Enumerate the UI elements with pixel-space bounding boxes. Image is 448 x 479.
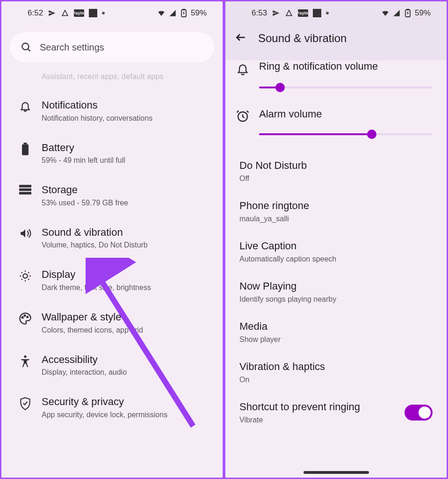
search-settings[interactable]: Search settings [10,32,214,62]
back-button[interactable] [235,31,247,45]
settings-item-wallpaper[interactable]: Wallpaper & styleColors, themed icons, a… [1,301,223,344]
status-time: 6:52 [28,8,43,18]
status-bar: 6:52 Paytm 59% [1,1,223,25]
send-icon [48,9,56,17]
svg-point-12 [27,316,28,318]
status-bar: 6:53 Paytm 59% [225,1,447,25]
settings-item-notifications[interactable]: NotificationsNotification history, conve… [1,89,223,132]
svg-rect-16 [407,9,409,10]
send-icon [272,9,280,17]
palette-icon [18,312,32,325]
svg-rect-5 [24,143,27,145]
battery-icon [180,9,188,17]
ring-volume-slider[interactable] [259,84,433,91]
svg-point-10 [22,317,23,318]
triangle-icon [285,9,293,17]
triangle-icon [61,9,69,17]
svg-rect-7 [19,189,31,191]
search-placeholder: Search settings [40,42,104,53]
pref-dnd[interactable]: Do Not Disturb Off [225,151,447,191]
bell-icon [18,100,32,112]
battery-portrait-icon [18,143,32,156]
settings-item-accessibility[interactable]: AccessibilityDisplay, interaction, audio [1,344,223,386]
svg-line-3 [28,49,30,51]
shield-icon [18,397,32,411]
search-icon [20,41,32,53]
battery-icon [404,9,412,17]
app-icon [89,9,97,17]
paytm-icon: Paytm [74,9,84,17]
paytm-icon: Paytm [298,9,308,17]
settings-screen: 6:52 Paytm 59% Search settings Assistant… [1,1,223,478]
pref-now-playing[interactable]: Now Playing Identify songs playing nearb… [225,272,447,312]
svg-rect-1 [183,9,185,10]
status-time: 6:53 [252,8,267,18]
accessibility-icon [18,355,32,369]
pref-live-caption[interactable]: Live Caption Automatically caption speec… [225,232,447,272]
brightness-icon [18,269,32,283]
toggle-switch[interactable] [405,405,433,421]
pref-ringtone[interactable]: Phone ringtone maula_ya_salli [225,191,447,232]
wifi-icon [381,9,390,17]
arrow-left-icon [235,31,247,44]
status-battery-pct: 59% [191,8,207,18]
more-notifications-dot [326,12,329,15]
prev-item-subtitle: Assistant, recent apps, default apps [1,68,223,89]
svg-point-11 [24,315,25,316]
settings-item-battery[interactable]: Battery59% - 49 min left until full [1,132,223,174]
svg-point-13 [24,355,26,357]
gesture-nav-handle[interactable] [303,471,369,474]
alarm-volume-row: Alarm volume [225,104,447,151]
settings-item-sound[interactable]: Sound & vibrationVolume, haptics, Do Not… [1,217,223,259]
alarm-icon [235,109,251,123]
alarm-volume-slider[interactable] [259,131,433,138]
ring-volume-row: Ring & notification volume [225,58,447,104]
page-title: Sound & vibration [258,32,347,45]
svg-point-2 [22,43,29,50]
screen-header: 6:53 Paytm 59% Sound & vibration [225,1,447,60]
bell-outline-icon [235,62,251,75]
pref-shortcut-prevent-ringing[interactable]: Shortcut to prevent ringing Vibrate [225,392,447,433]
svg-rect-6 [19,185,31,187]
settings-list: NotificationsNotification history, conve… [1,89,223,428]
pref-vibration-haptics[interactable]: Vibration & haptics On [225,352,447,392]
sound-vibration-screen: 6:53 Paytm 59% Sound & vibration Ring & … [225,1,447,478]
settings-item-storage[interactable]: Storage53% used - 59.79 GB free [1,174,223,217]
svg-rect-4 [22,144,29,155]
settings-item-security[interactable]: Security & privacyApp security, device l… [1,386,223,428]
signal-icon [168,9,177,17]
signal-icon [392,9,401,17]
pref-media[interactable]: Media Show player [225,312,447,352]
more-notifications-dot [102,12,105,15]
app-icon [313,9,321,17]
settings-item-display[interactable]: DisplayDark theme, font size, brightness [1,259,223,301]
storage-icon [18,185,32,195]
svg-point-9 [23,274,27,278]
wifi-icon [157,9,166,17]
svg-rect-8 [19,192,31,195]
volume-icon [18,227,32,240]
status-battery-pct: 59% [415,8,431,18]
